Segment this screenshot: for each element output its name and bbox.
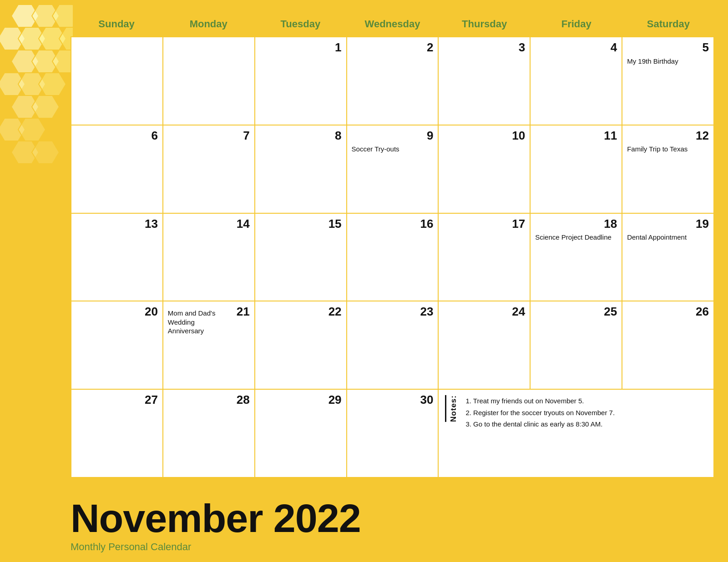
cell-day-24: 24 <box>439 301 531 390</box>
cell-day-12: 12 Family Trip to Texas <box>622 125 714 214</box>
cell-day-14: 14 <box>163 214 255 302</box>
day-number-26: 26 <box>627 305 709 318</box>
day-number-3: 3 <box>443 41 525 54</box>
notes-label: Notes: <box>445 395 458 422</box>
header-wednesday: Wednesday <box>346 14 438 36</box>
cell-empty-2 <box>163 37 255 125</box>
day-number-5: 5 <box>627 41 709 54</box>
header-sunday: Sunday <box>71 14 162 36</box>
notes-content: 1. Treat my friends out on November 5. 2… <box>465 395 615 430</box>
header-friday: Friday <box>531 14 622 36</box>
cell-day-8: 8 <box>255 125 347 214</box>
cell-day-6: 6 <box>71 125 163 214</box>
day-number-9: 9 <box>352 129 434 142</box>
cell-day-2: 2 <box>347 37 439 125</box>
day-number-29: 29 <box>260 393 342 406</box>
calendar-container: Sunday Monday Tuesday Wednesday Thursday… <box>71 14 714 480</box>
day-number-15: 15 <box>260 217 342 231</box>
event-day-9: Soccer Try-outs <box>352 145 434 154</box>
cell-day-5: 5 My 19th Birthday <box>622 37 714 125</box>
cell-day-20: 20 <box>71 301 163 390</box>
cell-day-16: 16 <box>347 214 439 302</box>
day-number-23: 23 <box>352 305 434 318</box>
day-number-28: 28 <box>168 393 250 406</box>
cell-day-27: 27 <box>71 390 163 478</box>
day-number-13: 13 <box>76 217 158 231</box>
cell-day-26: 26 <box>622 301 714 390</box>
svg-marker-2 <box>52 5 73 27</box>
cell-day-30: 30 <box>347 390 439 478</box>
day-number-4: 4 <box>535 41 617 54</box>
day-number-20: 20 <box>76 305 158 318</box>
bottom-title-area: November 2022 Monthly Personal Calendar <box>71 498 361 553</box>
day-number-21: 21 <box>227 305 250 318</box>
cell-empty-1 <box>71 37 163 125</box>
month-title: November 2022 <box>71 498 361 538</box>
svg-marker-12 <box>39 73 66 95</box>
svg-marker-18 <box>32 141 59 164</box>
note-1: 1. Treat my friends out on November 5. <box>465 395 615 407</box>
day-number-27: 27 <box>76 393 158 406</box>
cell-day-22: 22 <box>255 301 347 390</box>
event-day-19: Dental Appointment <box>627 233 709 242</box>
cell-day-1: 1 <box>255 37 347 125</box>
cell-day-23: 23 <box>347 301 439 390</box>
note-3: 3. Go to the dental clinic as early as 8… <box>465 418 615 430</box>
cell-day-21: Mom and Dad's Wedding Anniversary21 <box>163 301 255 390</box>
header-monday: Monday <box>162 14 254 36</box>
day-number-8: 8 <box>260 129 342 142</box>
day-number-7: 7 <box>168 129 250 142</box>
cell-day-11: 11 <box>531 125 622 214</box>
day-number-10: 10 <box>443 129 525 142</box>
day-number-12: 12 <box>627 129 709 142</box>
cell-day-18: 18 Science Project Deadline <box>531 214 622 302</box>
cell-day-10: 10 <box>439 125 531 214</box>
day-number-25: 25 <box>535 305 617 318</box>
day-number-11: 11 <box>535 129 617 142</box>
header-saturday: Saturday <box>622 14 714 36</box>
subtitle: Monthly Personal Calendar <box>71 541 361 553</box>
svg-marker-14 <box>32 95 59 118</box>
day-number-16: 16 <box>352 217 434 231</box>
day-number-17: 17 <box>443 217 525 231</box>
day-number-14: 14 <box>168 217 250 231</box>
calendar-grid: 1 2 3 4 5 My 19th Birthday 6 7 8 9 Socce… <box>71 36 714 478</box>
cell-day-13: 13 <box>71 214 163 302</box>
cell-day-15: 15 <box>255 214 347 302</box>
cell-day-25: 25 <box>531 301 622 390</box>
event-day-21: Mom and Dad's Wedding Anniversary <box>168 309 227 336</box>
header-thursday: Thursday <box>439 14 531 36</box>
cell-day-4: 4 <box>531 37 622 125</box>
event-day-12: Family Trip to Texas <box>627 145 709 154</box>
note-2: 2. Register for the soccer tryouts on No… <box>465 407 615 419</box>
cell-day-7: 7 <box>163 125 255 214</box>
notes-cell: Notes: 1. Treat my friends out on Novemb… <box>439 390 714 478</box>
cell-day-17: 17 <box>439 214 531 302</box>
cell-day-9: 9 Soccer Try-outs <box>347 125 439 214</box>
event-day-18: Science Project Deadline <box>535 233 617 242</box>
svg-marker-16 <box>18 118 46 141</box>
header-tuesday: Tuesday <box>254 14 346 36</box>
day-headers: Sunday Monday Tuesday Wednesday Thursday… <box>71 14 714 36</box>
day-number-30: 30 <box>352 393 434 406</box>
day-number-2: 2 <box>352 41 434 54</box>
day-number-18: 18 <box>535 217 617 231</box>
day-number-22: 22 <box>260 305 342 318</box>
cell-day-3: 3 <box>439 37 531 125</box>
cell-day-28: 28 <box>163 390 255 478</box>
cell-day-19: 19 Dental Appointment <box>622 214 714 302</box>
day-number-19: 19 <box>627 217 709 231</box>
svg-marker-9 <box>52 50 73 73</box>
cell-day-29: 29 <box>255 390 347 478</box>
day-number-1: 1 <box>260 41 342 54</box>
day-number-6: 6 <box>76 129 158 142</box>
day-number-24: 24 <box>443 305 525 318</box>
event-day-5: My 19th Birthday <box>627 57 709 66</box>
